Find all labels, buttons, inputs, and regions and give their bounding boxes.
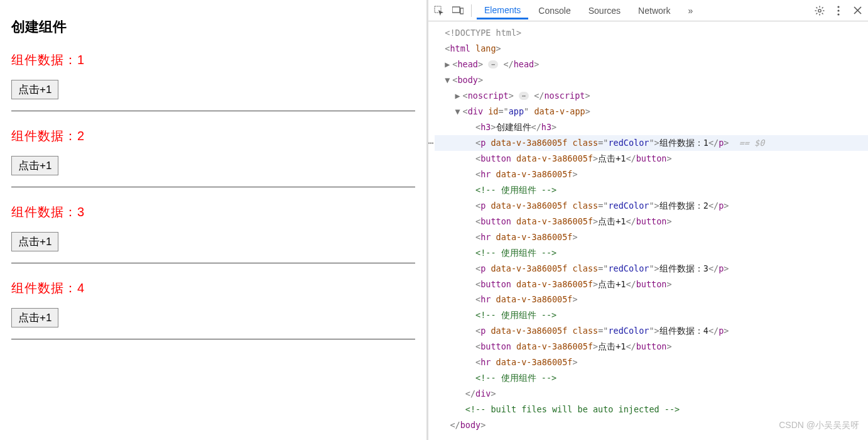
dom-tree-line[interactable]: <html lang>: [435, 41, 868, 57]
component-instance: 组件数据：2 点击+1: [11, 128, 415, 187]
gear-icon[interactable]: [811, 3, 828, 19]
dom-tree-line[interactable]: ⋯ <p data-v-3a86005f class="redColor">组件…: [435, 135, 868, 151]
dom-tree-line[interactable]: <p data-v-3a86005f class="redColor">组件数据…: [435, 323, 868, 339]
dom-tree-line[interactable]: ▼<body>: [435, 72, 868, 88]
svg-point-3: [818, 9, 821, 11]
svg-line-8: [816, 7, 818, 8]
dom-tree-line[interactable]: <!DOCTYPE html>: [435, 25, 868, 41]
component-instance: 组件数据：3 点击+1: [11, 204, 415, 263]
svg-point-14: [837, 13, 839, 15]
app-preview-pane: 创建组件 组件数据：1 点击+1 组件数据：2 点击+1 组件数据：3 点击+1…: [0, 0, 428, 440]
divider: [11, 187, 415, 187]
dom-tree-line[interactable]: <!-- 使用组件 -->: [435, 307, 868, 323]
svg-line-11: [816, 13, 818, 14]
svg-point-13: [837, 9, 839, 11]
dom-tree-line[interactable]: <!-- 使用组件 -->: [435, 182, 868, 198]
dom-tree-line[interactable]: <h3>创建组件</h3>: [435, 119, 868, 135]
tab-network[interactable]: Network: [631, 2, 678, 19]
inspect-icon[interactable]: [431, 3, 447, 19]
increment-button[interactable]: 点击+1: [11, 308, 58, 327]
svg-rect-2: [460, 8, 464, 14]
elements-tree[interactable]: <!DOCTYPE html> <html lang> ▶<head> ⋯ </…: [428, 21, 868, 440]
dom-tree-line[interactable]: ▶<noscript> ⋯ </noscript>: [435, 88, 868, 104]
component-instance: 组件数据：1 点击+1: [11, 52, 415, 111]
dom-tree-line[interactable]: <button data-v-3a86005f>点击+1</button>: [435, 214, 868, 229]
divider: [11, 111, 415, 111]
close-icon[interactable]: [849, 3, 865, 19]
kebab-icon[interactable]: [830, 3, 847, 19]
selected-line-marker: ⋯: [428, 135, 433, 151]
dom-tree-line[interactable]: <button data-v-3a86005f>点击+1</button>: [435, 277, 868, 292]
svg-line-10: [822, 7, 823, 8]
svg-point-12: [837, 6, 839, 8]
svg-rect-1: [452, 7, 460, 13]
increment-button[interactable]: 点击+1: [11, 80, 58, 99]
dom-tree-line[interactable]: <!-- 使用组件 -->: [435, 370, 868, 386]
dom-tree-line[interactable]: <button data-v-3a86005f>点击+1</button>: [435, 151, 868, 167]
dom-tree-line[interactable]: <hr data-v-3a86005f>: [435, 292, 868, 307]
divider: [11, 339, 415, 339]
dom-tree-line[interactable]: <!-- 使用组件 -->: [435, 245, 868, 261]
dom-tree-line[interactable]: <p data-v-3a86005f class="redColor">组件数据…: [435, 261, 868, 277]
tab-console[interactable]: Console: [531, 2, 578, 19]
component-data-label: 组件数据：4: [11, 280, 415, 297]
dom-tree-line[interactable]: <hr data-v-3a86005f>: [435, 167, 868, 182]
page-title: 创建组件: [11, 18, 415, 36]
device-toolbar-icon[interactable]: [450, 3, 466, 19]
increment-button[interactable]: 点击+1: [11, 232, 58, 251]
tabs-overflow[interactable]: »: [680, 2, 700, 19]
watermark: CSDN @小吴吴吴呀: [779, 417, 859, 434]
component-data-label: 组件数据：2: [11, 128, 415, 145]
dom-tree-line[interactable]: ▼<div id="app" data-v-app>: [435, 104, 868, 119]
component-instance: 组件数据：4 点击+1: [11, 280, 415, 339]
devtools-panel: Elements Console Sources Network » <!DOC…: [428, 0, 868, 440]
separator: [471, 4, 472, 17]
dom-tree-line[interactable]: ▶<head> ⋯ </head>: [435, 57, 868, 72]
dom-tree-line[interactable]: <p data-v-3a86005f class="redColor">组件数据…: [435, 198, 868, 214]
dom-tree-line[interactable]: <button data-v-3a86005f>点击+1</button>: [435, 339, 868, 355]
component-data-label: 组件数据：3: [11, 204, 415, 221]
dom-tree-line[interactable]: </div>: [435, 386, 868, 402]
tab-sources[interactable]: Sources: [581, 2, 628, 19]
svg-line-9: [822, 13, 823, 14]
increment-button[interactable]: 点击+1: [11, 156, 58, 175]
component-data-label: 组件数据：1: [11, 52, 415, 69]
dom-tree-line[interactable]: <hr data-v-3a86005f>: [435, 355, 868, 370]
dom-tree-line[interactable]: <hr data-v-3a86005f>: [435, 229, 868, 245]
dom-tree-line[interactable]: <!-- built files will be auto injected -…: [435, 402, 868, 417]
divider: [11, 263, 415, 263]
tab-elements[interactable]: Elements: [477, 1, 528, 19]
devtools-tabbar: Elements Console Sources Network »: [428, 0, 868, 21]
